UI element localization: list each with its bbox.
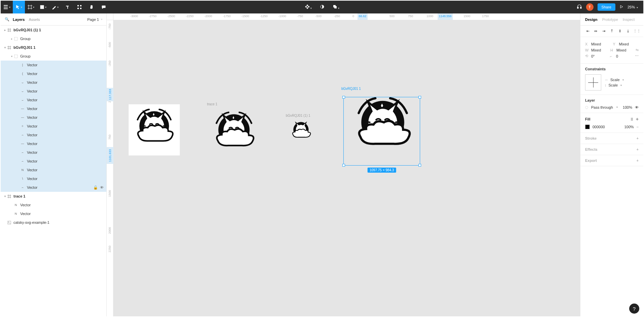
layer-row[interactable]: —Vector [1, 113, 106, 122]
search-icon[interactable]: 🔍 [5, 17, 9, 22]
boolean-icon[interactable]: ▾ [333, 4, 339, 10]
layer-row[interactable]: ⌢Vector [1, 148, 106, 157]
expand-arrow-icon[interactable]: ▸ [10, 37, 13, 40]
align-right-icon[interactable]: ⇥ [601, 29, 607, 33]
layer-row[interactable]: ⌢Vector [1, 131, 106, 139]
y-field[interactable]: Mixed [619, 42, 639, 46]
layer-row[interactable]: ▾trace 1 [1, 192, 106, 201]
frame-label-trace1[interactable]: trace 1 [207, 102, 217, 106]
help-button[interactable]: ? [629, 304, 639, 314]
opacity-field[interactable]: 100% [623, 105, 632, 109]
avatar[interactable]: T [586, 3, 594, 11]
frame-label-dup[interactable]: bGvRQJ01 (1) 1 [286, 114, 310, 117]
component-icon[interactable]: ▾ [305, 4, 312, 10]
eye-icon[interactable]: 👁 [100, 185, 104, 190]
shape-tool[interactable]: ▾ [37, 1, 49, 13]
blend-mode-select[interactable]: Pass through [591, 105, 613, 109]
frame-label-main[interactable]: bGvRQJ01 1 [341, 87, 361, 91]
resources-tool[interactable] [73, 1, 86, 13]
align-vcenter-icon[interactable]: ⇕ [617, 29, 622, 33]
canvas[interactable]: trace 1 bGvRQJ01 (1) 1 bGvRQJ01 1 1097.7… [113, 20, 580, 316]
hand-tool[interactable] [86, 1, 98, 13]
layer-row[interactable]: ▾Group [1, 52, 106, 61]
mask-icon[interactable] [320, 4, 325, 10]
layer-row[interactable]: ⌢Vector🔓👁 [1, 183, 106, 192]
tab-assets[interactable]: Assets [29, 17, 40, 22]
layer-row[interactable]: ⌣Vector [1, 78, 106, 87]
zoom-dropdown[interactable]: 25% ▾ [628, 5, 638, 9]
more-options-icon[interactable]: ⋯ [635, 54, 639, 58]
h-field[interactable]: Mixed [616, 48, 634, 52]
headphones-icon[interactable] [577, 4, 582, 10]
layer-tree: ▸bGvRQJ01 (1) 1▸Group▾bGvRQJ01 1▾Group|V… [1, 26, 106, 316]
link-wh-icon[interactable]: ⇋ [636, 48, 639, 52]
layer-row[interactable]: ⌣Vector [1, 96, 106, 104]
add-export-button[interactable]: + [637, 158, 639, 163]
layer-row[interactable]: catsky-svg-example-1 [1, 218, 106, 227]
align-left-icon[interactable]: ⇤ [585, 29, 590, 33]
remove-fill-icon[interactable]: − [637, 125, 639, 129]
expand-arrow-icon[interactable]: ▾ [10, 55, 13, 58]
layer-row[interactable]: ▸Group [1, 34, 106, 43]
add-effect-button[interactable]: + [637, 147, 639, 151]
main-menu[interactable]: ▾ [1, 1, 13, 13]
align-top-icon[interactable]: ⤒ [609, 29, 614, 33]
rotation-field[interactable]: 0° [591, 54, 608, 58]
sel-handle-ne[interactable] [418, 96, 421, 99]
layer-row[interactable]: NVector [1, 201, 106, 209]
layer-row[interactable]: (Vector [1, 69, 106, 78]
layer-row[interactable]: —Vector [1, 139, 106, 148]
share-button[interactable]: Share [598, 3, 615, 11]
comment-tool[interactable] [98, 1, 110, 13]
h-constraint-select[interactable]: Scale [610, 78, 620, 82]
expand-arrow-icon[interactable]: ▸ [3, 29, 7, 32]
v-constraint-select[interactable]: Scale [609, 83, 618, 87]
artboard-trace1[interactable] [207, 107, 261, 154]
tab-inspect[interactable]: Inspect [623, 17, 635, 22]
layer-row[interactable]: |Vector [1, 61, 106, 69]
present-icon[interactable] [619, 5, 623, 9]
page-selector[interactable]: Page 1▾ [87, 17, 102, 22]
layer-row[interactable]: ▸bGvRQJ01 (1) 1 [1, 26, 106, 34]
tab-prototype[interactable]: Prototype [602, 17, 618, 22]
fill-swatch[interactable] [585, 125, 590, 129]
sel-handle-se[interactable] [418, 164, 421, 167]
radius-field[interactable]: 0 [616, 54, 633, 58]
artboard-small[interactable] [288, 118, 314, 142]
align-hcenter-icon[interactable]: ⇔ [593, 29, 599, 33]
x-field[interactable]: Mixed [591, 42, 611, 46]
add-stroke-button[interactable]: + [637, 136, 639, 140]
selection-box[interactable]: 1097.75 × 984.3 [343, 97, 420, 166]
layer-row[interactable]: ✧Vector [1, 122, 106, 131]
layer-row[interactable]: ⌢Vector [1, 157, 106, 166]
move-tool[interactable]: ▾ [13, 1, 25, 13]
ruler-horizontal[interactable]: -3000-2750-2500-2250-2000-1750-1500-1250… [113, 13, 580, 20]
lock-icon[interactable]: 🔓 [93, 185, 98, 190]
align-bottom-icon[interactable]: ⤓ [625, 29, 631, 33]
tab-layers[interactable]: Layers [13, 17, 25, 22]
text-tool[interactable] [61, 1, 73, 13]
pen-tool[interactable]: ▾ [49, 1, 61, 13]
artboard-1[interactable] [129, 104, 180, 155]
layer-row[interactable]: \Vector [1, 174, 106, 183]
sel-handle-nw[interactable] [342, 96, 345, 99]
expand-arrow-icon[interactable]: ▾ [3, 46, 7, 49]
sel-handle-sw[interactable] [342, 164, 345, 167]
visibility-icon[interactable]: 👁 [635, 105, 639, 109]
fill-style-icon[interactable]: ⠿ [631, 117, 633, 121]
distribute-icon[interactable]: ⋮⋮ [633, 29, 639, 33]
constraint-widget[interactable] [585, 74, 601, 91]
expand-arrow-icon[interactable]: ▾ [3, 195, 7, 198]
fill-opacity[interactable]: 100% [624, 125, 634, 129]
add-fill-button[interactable]: + [636, 116, 639, 122]
layer-row[interactable]: NVector [1, 166, 106, 174]
fill-hex[interactable]: 000000 [592, 125, 605, 129]
ruler-vertical[interactable]: -750-500-2502507501000150020002250117.33… [107, 20, 113, 316]
layer-row[interactable]: —Vector [1, 104, 106, 113]
tab-design[interactable]: Design [585, 17, 598, 22]
layer-row[interactable]: NVector [1, 209, 106, 218]
w-field[interactable]: Mixed [591, 48, 608, 52]
frame-tool[interactable]: ▾ [25, 1, 37, 13]
layer-row[interactable]: ⌣Vector [1, 87, 106, 96]
layer-row[interactable]: ▾bGvRQJ01 1 [1, 43, 106, 52]
